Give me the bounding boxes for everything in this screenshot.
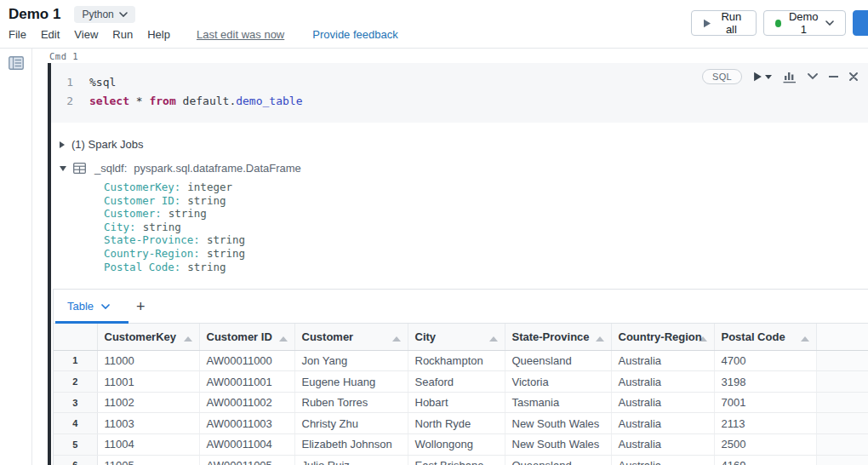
row-index: 5 bbox=[54, 434, 97, 456]
run-cell-button[interactable] bbox=[753, 72, 772, 82]
cell-value: Australia bbox=[611, 434, 714, 456]
menu-help[interactable]: Help bbox=[147, 28, 170, 41]
schema-field: Postal Code:string bbox=[104, 261, 868, 274]
cell-value: AW00011002 bbox=[199, 392, 294, 413]
cluster-selector-button[interactable]: Demo 1 bbox=[763, 10, 847, 36]
filler-cell bbox=[816, 350, 868, 371]
filler-cell bbox=[816, 455, 868, 465]
row-index: 4 bbox=[54, 413, 97, 434]
cell-value: Ruben Torres bbox=[294, 392, 408, 413]
cell-value: 4700 bbox=[714, 350, 816, 371]
provide-feedback-link[interactable]: Provide feedback bbox=[312, 28, 397, 41]
code-editor[interactable]: 1 %sql 2 select * from default.demo_tabl… bbox=[51, 63, 868, 123]
table-of-contents-icon[interactable] bbox=[9, 56, 31, 70]
cell-language-badge[interactable]: SQL bbox=[702, 69, 742, 84]
menu-edit[interactable]: Edit bbox=[41, 28, 60, 41]
menu-run[interactable]: Run bbox=[112, 28, 133, 41]
play-icon bbox=[703, 19, 711, 28]
column-header-customer[interactable]: Customer bbox=[294, 324, 408, 350]
cell-value: Tasmania bbox=[505, 392, 611, 413]
filler-cell bbox=[816, 434, 868, 456]
cell-value: Queensland bbox=[505, 350, 611, 371]
cell-value: 11005 bbox=[97, 455, 199, 465]
filler-cell bbox=[816, 413, 868, 434]
dataframe-table-icon bbox=[73, 163, 86, 174]
table-row[interactable]: 6 11005 AW00011005 Julio Ruiz East Brisb… bbox=[54, 455, 868, 465]
notebook-cell: 1 %sql 2 select * from default.demo_tabl… bbox=[48, 63, 868, 465]
cell-value: 11003 bbox=[97, 413, 199, 434]
column-header-state-province[interactable]: State-Province bbox=[505, 324, 611, 350]
sort-up-triangle-icon[interactable] bbox=[392, 336, 401, 342]
spark-jobs-expander[interactable]: (1) Spark Jobs bbox=[60, 138, 868, 151]
last-edit-link[interactable]: Last edit was now bbox=[197, 28, 284, 41]
minimize-icon bbox=[829, 75, 838, 78]
menu-view[interactable]: View bbox=[74, 28, 98, 41]
caret-down-icon bbox=[765, 75, 772, 79]
dataframe-schema: CustomerKey:integer Customer ID:string C… bbox=[104, 181, 868, 273]
primary-action-button[interactable] bbox=[853, 10, 868, 36]
line-number: 2 bbox=[51, 92, 73, 111]
cell-toolbar: SQL bbox=[702, 69, 858, 84]
cell-value: Seaford bbox=[408, 371, 505, 393]
cell-value: East Brisbane bbox=[408, 455, 505, 465]
column-header-customerkey[interactable]: CustomerKey bbox=[97, 324, 199, 350]
column-header-customer-id[interactable]: Customer ID bbox=[199, 324, 294, 350]
add-visualization-button[interactable]: + bbox=[136, 299, 146, 314]
menu-bar: File Edit View Run Help Last edit was no… bbox=[9, 28, 398, 41]
table-row[interactable]: 5 11004 AW00011004 Elizabeth Johnson Wol… bbox=[54, 434, 868, 456]
cell-label[interactable]: Cmd 1 bbox=[49, 51, 78, 61]
sort-up-triangle-icon[interactable] bbox=[801, 336, 809, 342]
notebook-header: Demo 1 Python File Edit View Run Help La… bbox=[0, 0, 868, 49]
cell-value: 2113 bbox=[714, 413, 816, 434]
cell-value: Julio Ruiz bbox=[294, 455, 408, 465]
chart-button[interactable] bbox=[783, 71, 797, 83]
cell-value: North Ryde bbox=[408, 413, 505, 434]
minimize-cell-button[interactable] bbox=[829, 75, 838, 78]
table-row[interactable]: 2 11001 AW00011001 Eugene Huang Seaford … bbox=[54, 371, 868, 393]
dataframe-expander[interactable]: _sqldf: pyspark.sql.dataframe.DataFrame bbox=[60, 162, 868, 175]
filler-header bbox=[816, 324, 868, 350]
row-index: 2 bbox=[54, 371, 97, 393]
sort-up-triangle-icon[interactable] bbox=[596, 336, 604, 342]
cell-value: Victoria bbox=[505, 371, 611, 393]
cell-value: 11002 bbox=[97, 392, 199, 413]
dataframe-name: _sqldf: bbox=[94, 162, 127, 175]
cell-value: Elizabeth Johnson bbox=[294, 434, 408, 456]
cell-value: 11000 bbox=[97, 350, 199, 371]
code-magic-command: %sql bbox=[89, 73, 116, 92]
cell-value: 4169 bbox=[714, 455, 816, 465]
run-all-button[interactable]: Run all bbox=[691, 10, 757, 36]
column-header-postal-code[interactable]: Postal Code bbox=[714, 324, 816, 350]
cell-value: 3198 bbox=[714, 371, 816, 393]
cell-value: Australia bbox=[611, 392, 714, 413]
sort-up-triangle-icon[interactable] bbox=[489, 336, 498, 342]
results-table: CustomerKey Customer ID Customer City St… bbox=[54, 324, 868, 465]
cell-value: New South Wales bbox=[505, 434, 611, 456]
column-header-city[interactable]: City bbox=[408, 324, 505, 350]
cell-value: Jon Yang bbox=[294, 350, 408, 371]
cell-value: Australia bbox=[611, 413, 714, 434]
column-header-country-region[interactable]: Country-Region bbox=[611, 324, 714, 350]
results-card: Table + CustomerKey Customer ID Customer bbox=[53, 289, 868, 465]
cell-value: AW00011003 bbox=[199, 413, 294, 434]
active-tab-indicator bbox=[55, 321, 128, 324]
collapse-cell-button[interactable] bbox=[808, 73, 818, 80]
dataframe-type: pyspark.sql.dataframe.DataFrame bbox=[134, 162, 301, 175]
language-selector[interactable]: Python bbox=[74, 6, 134, 23]
table-row[interactable]: 4 11003 AW00011003 Christy Zhu North Ryd… bbox=[54, 413, 868, 434]
tab-table[interactable]: Table bbox=[67, 300, 110, 313]
table-row[interactable]: 3 11002 AW00011002 Ruben Torres Hobart T… bbox=[54, 392, 868, 413]
cell-value: AW00011005 bbox=[199, 455, 294, 465]
language-selector-label: Python bbox=[82, 9, 113, 20]
play-icon bbox=[753, 72, 762, 82]
close-cell-button[interactable] bbox=[849, 72, 858, 81]
schema-field: City:string bbox=[104, 221, 868, 234]
chevron-down-icon bbox=[825, 20, 834, 26]
cell-value: Queensland bbox=[505, 455, 611, 465]
table-row[interactable]: 1 11000 AW00011000 Jon Yang Rockhampton … bbox=[54, 350, 868, 371]
sort-up-triangle-icon[interactable] bbox=[279, 336, 288, 342]
notebook-title: Demo 1 bbox=[9, 6, 60, 23]
menu-file[interactable]: File bbox=[9, 28, 26, 41]
sort-up-triangle-icon[interactable] bbox=[184, 336, 192, 342]
cell-value: AW00011000 bbox=[199, 350, 294, 371]
